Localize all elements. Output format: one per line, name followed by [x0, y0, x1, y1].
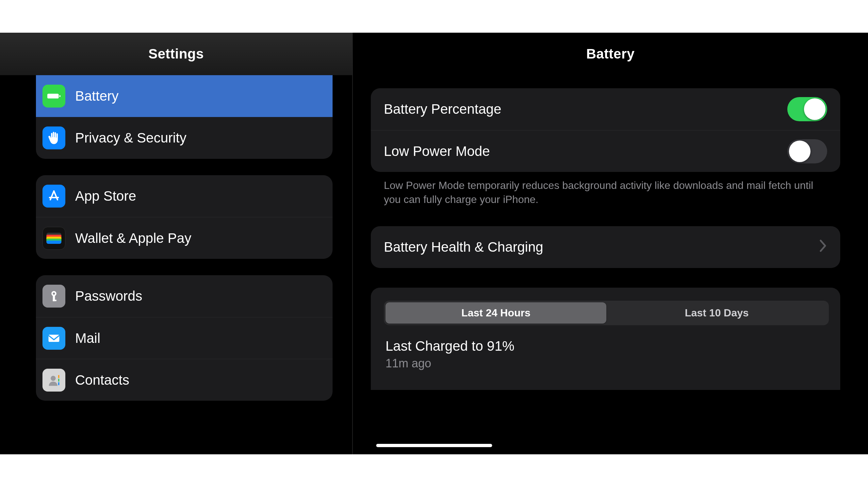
battery-toggles-card: Battery Percentage Low Power Mode: [371, 88, 840, 172]
hand-icon: [42, 126, 65, 149]
sidebar-group: Passwords Mail Contacts: [36, 275, 333, 401]
settings-screen: Settings Battery Privacy & S: [0, 33, 868, 454]
svg-rect-1: [59, 95, 61, 97]
sidebar-title: Settings: [148, 46, 204, 62]
svg-point-7: [51, 375, 56, 381]
last-charged-subtitle: 11m ago: [384, 357, 829, 370]
segment-last-24-hours[interactable]: Last 24 Hours: [385, 302, 606, 324]
sidebar-item-app-store[interactable]: App Store: [36, 175, 333, 217]
detail-header: Battery: [353, 33, 868, 75]
home-indicator[interactable]: [376, 444, 492, 447]
sidebar-item-label: App Store: [75, 188, 136, 204]
battery-usage-card: Last 24 Hours Last 10 Days Last Charged …: [371, 287, 840, 390]
sidebar-item-label: Mail: [75, 330, 100, 346]
wallet-icon: [42, 227, 65, 250]
segment-last-10-days[interactable]: Last 10 Days: [606, 302, 827, 324]
sidebar-item-contacts[interactable]: Contacts: [36, 359, 333, 401]
svg-rect-8: [58, 375, 59, 378]
row-label: Low Power Mode: [384, 144, 787, 159]
sidebar-group: App Store Wallet & Apple Pay: [36, 175, 333, 259]
sidebar-item-mail[interactable]: Mail: [36, 317, 333, 359]
sidebar-item-label: Wallet & Apple Pay: [75, 231, 191, 246]
low-power-mode-footnote: Low Power Mode temporarily reduces backg…: [371, 172, 840, 226]
detail-body[interactable]: Battery Percentage Low Power Mode Low Po…: [353, 75, 868, 454]
sidebar-item-label: Passwords: [75, 288, 142, 304]
sidebar-scroll[interactable]: Battery Privacy & Security: [0, 75, 352, 454]
sidebar-item-privacy-security[interactable]: Privacy & Security: [36, 117, 333, 159]
svg-rect-5: [53, 300, 57, 301]
sidebar-item-label: Privacy & Security: [75, 130, 187, 146]
battery-health-card: Battery Health & Charging: [371, 226, 840, 268]
sidebar-group: Battery Privacy & Security: [36, 75, 333, 159]
row-label: Battery Percentage: [384, 101, 787, 117]
contacts-icon: [42, 369, 65, 392]
sidebar-item-label: Contacts: [75, 372, 129, 388]
last-charged-title: Last Charged to 91%: [384, 338, 829, 354]
battery-icon: [42, 85, 65, 108]
sidebar-item-passwords[interactable]: Passwords: [36, 275, 333, 317]
sidebar-item-battery[interactable]: Battery: [36, 75, 333, 117]
time-range-segmented-control[interactable]: Last 24 Hours Last 10 Days: [384, 301, 829, 325]
row-low-power-mode[interactable]: Low Power Mode: [371, 130, 840, 172]
chevron-right-icon: [819, 239, 827, 255]
toggle-battery-percentage[interactable]: [787, 97, 827, 121]
svg-rect-9: [58, 378, 59, 382]
svg-rect-0: [48, 94, 59, 99]
row-label: Battery Health & Charging: [384, 239, 819, 255]
toggle-knob: [804, 98, 826, 120]
row-battery-percentage[interactable]: Battery Percentage: [371, 88, 840, 130]
svg-point-3: [53, 293, 55, 295]
svg-rect-6: [49, 335, 59, 342]
sidebar-item-label: Battery: [75, 88, 119, 104]
sidebar-header: Settings: [0, 33, 352, 75]
appstore-icon: [42, 185, 65, 208]
key-icon: [42, 285, 65, 308]
settings-sidebar: Settings Battery Privacy & S: [0, 33, 353, 454]
row-battery-health-charging[interactable]: Battery Health & Charging: [371, 226, 840, 268]
detail-pane: Battery Battery Percentage Low Power Mod…: [353, 33, 868, 454]
toggle-knob: [789, 141, 810, 162]
sidebar-item-wallet-apple-pay[interactable]: Wallet & Apple Pay: [36, 217, 333, 259]
mail-icon: [42, 327, 65, 350]
toggle-low-power-mode[interactable]: [787, 139, 827, 163]
svg-rect-10: [58, 382, 59, 385]
detail-title: Battery: [586, 46, 634, 62]
